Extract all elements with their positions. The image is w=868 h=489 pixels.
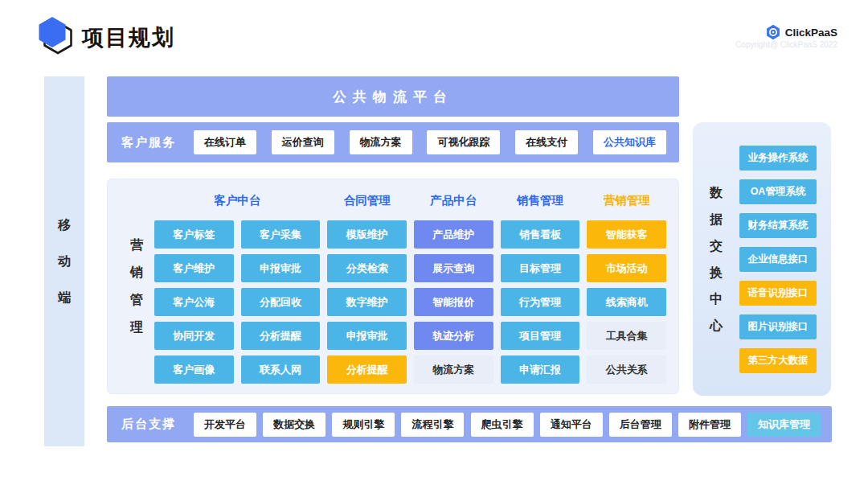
data-exchange-button[interactable]: 企业信息接口 — [739, 247, 817, 272]
grid-module-button[interactable]: 智能报价 — [414, 288, 493, 316]
customer-service-button[interactable]: 可视化跟踪 — [427, 130, 500, 154]
grid-column-header: 营销管理 — [587, 186, 666, 215]
vertical-label-char: 端 — [58, 291, 71, 304]
grid-column-header: 客户中台 — [154, 186, 320, 215]
grid-module-button[interactable]: 分配回收 — [241, 288, 321, 316]
data-exchange-panel: 数据交换中心 业务操作系统OA管理系统财务结算系统企业信息接口语音识别接口图片识… — [693, 122, 831, 396]
grid-module-button[interactable]: 客户标签 — [154, 220, 234, 249]
backend-support-buttons: 开发平台数据交换规则引擎流程引擎爬虫引擎通知平台后台管理附件管理知识库管理 — [194, 413, 821, 437]
vertical-label-char: 营 — [130, 239, 143, 252]
grid-module-button[interactable]: 线索商机 — [587, 288, 666, 316]
grid-module-button[interactable]: 展示查询 — [414, 254, 493, 282]
backend-support-button[interactable]: 附件管理 — [678, 413, 741, 437]
grid-module-button[interactable]: 联系人网 — [241, 355, 321, 384]
customer-service-button[interactable]: 运价查询 — [272, 130, 334, 154]
backend-support-button[interactable]: 后台管理 — [609, 413, 672, 437]
data-exchange-button[interactable]: 财务结算系统 — [739, 213, 817, 238]
grid-module-button[interactable]: 公共关系 — [587, 355, 666, 384]
grid-module-button[interactable]: 项目管理 — [501, 322, 580, 350]
brand-name: ClickPaaS — [785, 27, 837, 39]
grid-module-button[interactable]: 行为管理 — [501, 288, 580, 316]
vertical-label-char: 心 — [710, 319, 723, 332]
customer-service-button[interactable]: 物流方案 — [350, 130, 412, 154]
customer-service-label: 客户服务 — [121, 135, 176, 150]
marketing-management-side-label: 营销管理 — [122, 179, 151, 393]
marketing-management-panel: 营销管理 客户中台合同管理产品中台销售管理营销管理客户标签客户采集模版维护产品维… — [107, 179, 679, 394]
data-exchange-button[interactable]: 图片识别接口 — [739, 314, 817, 339]
vertical-label-char: 理 — [130, 321, 143, 334]
marketing-grid: 客户中台合同管理产品中台销售管理营销管理客户标签客户采集模版维护产品维护销售看板… — [154, 186, 666, 384]
vertical-label-char: 动 — [58, 255, 71, 268]
data-exchange-button[interactable]: 业务操作系统 — [739, 146, 817, 171]
grid-module-button[interactable]: 模版维护 — [327, 220, 407, 249]
vertical-label-char: 移 — [58, 219, 71, 232]
backend-support-button[interactable]: 通知平台 — [540, 413, 603, 437]
grid-module-button[interactable]: 物流方案 — [414, 355, 493, 384]
data-exchange-side-label: 数据交换中心 — [693, 122, 739, 396]
customer-service-button[interactable]: 在线支付 — [515, 130, 578, 154]
vertical-label-char: 数 — [710, 187, 723, 199]
data-exchange-button[interactable]: OA管理系统 — [739, 179, 817, 204]
vertical-label-char: 换 — [710, 266, 723, 279]
customer-service-button[interactable]: 公共知识库 — [593, 130, 666, 154]
vertical-label-char: 销 — [130, 266, 143, 279]
clickpaas-icon — [765, 24, 781, 40]
grid-module-button[interactable]: 客户公海 — [154, 288, 234, 316]
backend-support-button[interactable]: 知识库管理 — [747, 413, 821, 437]
grid-module-button[interactable]: 工具合集 — [587, 322, 666, 350]
data-exchange-button[interactable]: 第三方大数据 — [739, 348, 817, 373]
backend-support-button[interactable]: 流程引擎 — [401, 413, 464, 437]
backend-support-button[interactable]: 开发平台 — [194, 413, 256, 437]
grid-module-button[interactable]: 分类检索 — [327, 254, 407, 282]
grid-column-header: 合同管理 — [327, 186, 407, 215]
grid-module-button[interactable]: 产品维护 — [414, 220, 493, 249]
backend-support-bar: 后台支撑 开发平台数据交换规则引擎流程引擎爬虫引擎通知平台后台管理附件管理知识库… — [107, 406, 832, 442]
grid-module-button[interactable]: 智能获客 — [587, 220, 666, 249]
customer-service-buttons: 在线订单运价查询物流方案可视化跟踪在线支付公共知识库 — [194, 130, 666, 154]
backend-support-button[interactable]: 数据交换 — [263, 413, 326, 437]
grid-module-button[interactable]: 目标管理 — [501, 254, 580, 282]
grid-module-button[interactable]: 销售看板 — [501, 220, 580, 249]
vertical-label-char: 交 — [710, 240, 723, 253]
copyright-text: Copyright@ ClickPaaS 2022 — [735, 40, 837, 49]
backend-support-label: 后台支撑 — [121, 417, 176, 432]
grid-module-button[interactable]: 申报审批 — [241, 254, 321, 282]
data-exchange-button[interactable]: 语音识别接口 — [739, 281, 817, 306]
vertical-label-char: 据 — [710, 213, 723, 226]
sidebar-mobile: 移动端 — [44, 76, 84, 446]
grid-column-header: 产品中台 — [414, 186, 493, 215]
grid-module-button[interactable]: 申请汇报 — [501, 355, 580, 384]
grid-column-header: 销售管理 — [501, 186, 580, 215]
grid-module-button[interactable]: 客户采集 — [241, 220, 321, 249]
backend-support-button[interactable]: 爬虫引擎 — [471, 413, 534, 437]
top-banner-label: 公共物流平台 — [333, 88, 453, 106]
slide-canvas: 项目规划 ClickPaaS Copyright@ ClickPaaS 2022… — [0, 0, 868, 489]
top-banner-platform: 公共物流平台 — [107, 76, 679, 117]
data-exchange-buttons: 业务操作系统OA管理系统财务结算系统企业信息接口语音识别接口图片识别接口第三方大… — [739, 122, 831, 396]
vertical-label-char: 中 — [710, 293, 723, 306]
grid-module-button[interactable]: 客户维护 — [154, 254, 234, 282]
grid-module-button[interactable]: 数字维护 — [327, 288, 407, 316]
backend-support-button[interactable]: 规则引擎 — [332, 413, 395, 437]
grid-module-button[interactable]: 分析提醒 — [241, 322, 321, 350]
page-title: 项目规划 — [82, 23, 175, 52]
grid-module-button[interactable]: 申报审批 — [327, 322, 407, 350]
grid-module-button[interactable]: 协同开发 — [154, 322, 234, 350]
customer-service-bar: 客户服务 在线订单运价查询物流方案可视化跟踪在线支付公共知识库 — [107, 122, 679, 162]
grid-module-button[interactable]: 客户画像 — [154, 355, 234, 384]
grid-module-button[interactable]: 轨迹分析 — [414, 322, 493, 350]
title-hexagon-icon — [36, 16, 76, 56]
customer-service-button[interactable]: 在线订单 — [194, 130, 256, 154]
sidebar-mobile-label: 移动端 — [58, 219, 71, 304]
grid-module-button[interactable]: 市场活动 — [587, 254, 666, 282]
vertical-label-char: 管 — [130, 294, 143, 306]
brand-logo: ClickPaaS — [765, 24, 837, 40]
grid-module-button[interactable]: 分析提醒 — [327, 355, 407, 384]
